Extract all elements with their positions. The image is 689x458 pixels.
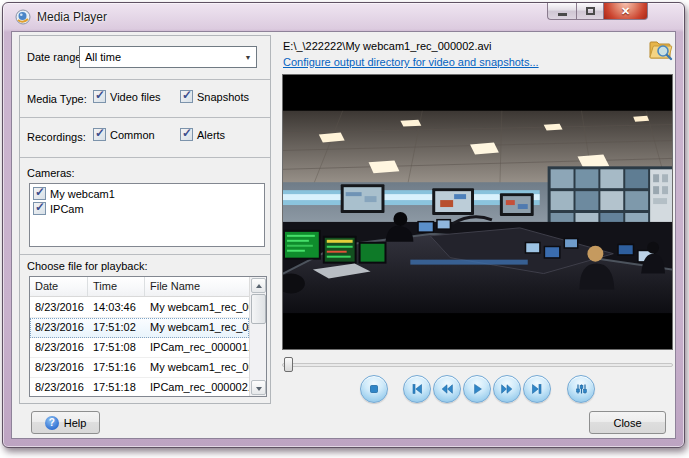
scroll-down-button[interactable]	[251, 380, 266, 395]
column-header-date[interactable]: Date	[30, 277, 88, 296]
dialog-client-area: Date range: All time ▼ Media Type: Video…	[11, 31, 676, 439]
table-row-selected[interactable]: 8/23/2016 17:51:02 My webcam1_rec_00000	[30, 318, 249, 338]
skip-start-icon	[409, 381, 425, 397]
rewind-icon	[439, 381, 455, 397]
mixer-button[interactable]	[567, 375, 595, 403]
checkbox-checked-icon	[33, 187, 46, 200]
common-checkbox[interactable]: Common	[93, 128, 155, 141]
control-room-photo	[283, 75, 672, 349]
cell-date: 8/23/2016	[30, 318, 88, 337]
scroll-down-icon	[256, 387, 262, 391]
column-header-filename[interactable]: File Name	[145, 277, 249, 296]
play-icon	[469, 381, 485, 397]
maximize-button[interactable]	[576, 3, 603, 20]
cell-date: 8/23/2016	[30, 338, 88, 357]
date-range-label: Date range:	[27, 51, 84, 63]
close-button-label: Close	[613, 417, 641, 429]
seek-slider[interactable]	[282, 357, 673, 372]
browse-folder-button[interactable]	[648, 37, 674, 61]
section-divider	[20, 254, 270, 255]
camera-name: My webcam1	[50, 188, 115, 200]
checkbox-label: Snapshots	[197, 91, 249, 103]
help-icon: ?	[45, 416, 59, 430]
recordings-label: Recordings:	[27, 131, 86, 143]
alerts-checkbox[interactable]: Alerts	[180, 128, 225, 141]
media-player-window: Media Player ✕ Date range: All time ▼ Me…	[2, 2, 685, 448]
cell-time: 17:51:18	[88, 378, 145, 397]
date-range-value: All time	[80, 51, 240, 63]
video-files-checkbox[interactable]: Video files	[93, 90, 161, 103]
cameras-label: Cameras:	[27, 167, 75, 179]
seek-slider-track[interactable]	[282, 363, 673, 367]
scrollbar-thumb[interactable]	[251, 294, 266, 324]
section-divider	[20, 157, 270, 158]
current-file-path: E:\_\222222\My webcam1_rec_000002.avi	[283, 40, 492, 52]
table-header: Date Time File Name	[30, 277, 249, 297]
fast-forward-button[interactable]	[493, 375, 521, 403]
cell-time: 17:51:16	[88, 358, 145, 377]
media-type-label: Media Type:	[27, 93, 87, 105]
close-icon: ✕	[621, 6, 630, 17]
play-button[interactable]	[463, 375, 491, 403]
checkbox-label: Video files	[110, 91, 161, 103]
table-body: 8/23/2016 14:03:46 My webcam1_rec_00000 …	[30, 298, 249, 396]
stop-icon	[366, 381, 382, 397]
skip-end-icon	[529, 381, 545, 397]
checkbox-checked-icon	[33, 202, 46, 215]
app-icon	[15, 9, 31, 25]
cell-filename: My webcam1_rec_00000	[145, 298, 249, 317]
minimize-icon	[558, 13, 567, 16]
skip-end-button[interactable]	[523, 375, 551, 403]
cell-date: 8/23/2016	[30, 358, 88, 377]
column-header-time[interactable]: Time	[88, 277, 145, 296]
filter-panel: Date range: All time ▼ Media Type: Video…	[19, 35, 271, 404]
camera-item[interactable]: My webcam1	[33, 186, 261, 201]
cell-filename: My webcam1_rec_00000	[145, 358, 249, 377]
close-window-button[interactable]: ✕	[603, 3, 648, 20]
camera-name: IPCam	[50, 203, 84, 215]
cell-date: 8/23/2016	[30, 298, 88, 317]
table-row[interactable]: 8/23/2016 17:51:16 My webcam1_rec_00000	[30, 358, 249, 378]
checkbox-checked-icon	[93, 90, 106, 103]
playback-list-label: Choose file for playback:	[27, 260, 147, 272]
checkbox-checked-icon	[180, 90, 193, 103]
checkbox-checked-icon	[93, 128, 106, 141]
cell-filename: IPCam_rec_000002.avi	[145, 378, 249, 397]
section-divider	[20, 117, 270, 118]
cell-time: 17:51:02	[88, 318, 145, 337]
cell-time: 14:03:46	[88, 298, 145, 317]
close-button[interactable]: Close	[589, 411, 666, 434]
playback-table: Date Time File Name 8/23/2016 14:03:46 M…	[29, 276, 267, 397]
maximize-icon	[586, 7, 595, 15]
snapshots-checkbox[interactable]: Snapshots	[180, 90, 249, 103]
scroll-up-button[interactable]	[251, 278, 266, 293]
cell-filename: My webcam1_rec_00000	[145, 318, 249, 337]
seek-slider-thumb[interactable]	[284, 357, 293, 372]
camera-item[interactable]: IPCam	[33, 201, 261, 216]
table-row[interactable]: 8/23/2016 14:03:46 My webcam1_rec_00000	[30, 298, 249, 318]
chevron-down-icon: ▼	[240, 54, 256, 61]
playback-controls	[282, 374, 673, 404]
fast-forward-icon	[499, 381, 515, 397]
stop-button[interactable]	[360, 375, 388, 403]
screen: Media Player ✕ Date range: All time ▼ Me…	[0, 0, 689, 458]
rewind-button[interactable]	[433, 375, 461, 403]
table-row[interactable]: 8/23/2016 17:51:18 IPCam_rec_000002.avi	[30, 378, 249, 397]
help-button-label: Help	[64, 417, 87, 429]
help-button[interactable]: ? Help	[31, 411, 100, 434]
minimize-button[interactable]	[547, 3, 576, 20]
checkbox-label: Common	[110, 129, 155, 141]
video-frame	[282, 74, 673, 350]
table-scrollbar[interactable]	[249, 277, 266, 396]
cell-filename: IPCam_rec_000001.avi	[145, 338, 249, 357]
configure-output-link[interactable]: Configure output directory for video and…	[283, 56, 539, 68]
window-title: Media Player	[37, 10, 107, 24]
cameras-list[interactable]: My webcam1 IPCam	[29, 183, 265, 247]
cell-date: 8/23/2016	[30, 378, 88, 397]
table-row[interactable]: 8/23/2016 17:51:08 IPCam_rec_000001.avi	[30, 338, 249, 358]
title-bar[interactable]: Media Player ✕	[3, 3, 684, 31]
checkbox-label: Alerts	[197, 129, 225, 141]
date-range-select[interactable]: All time ▼	[79, 46, 257, 68]
section-divider	[20, 79, 270, 80]
skip-start-button[interactable]	[403, 375, 431, 403]
